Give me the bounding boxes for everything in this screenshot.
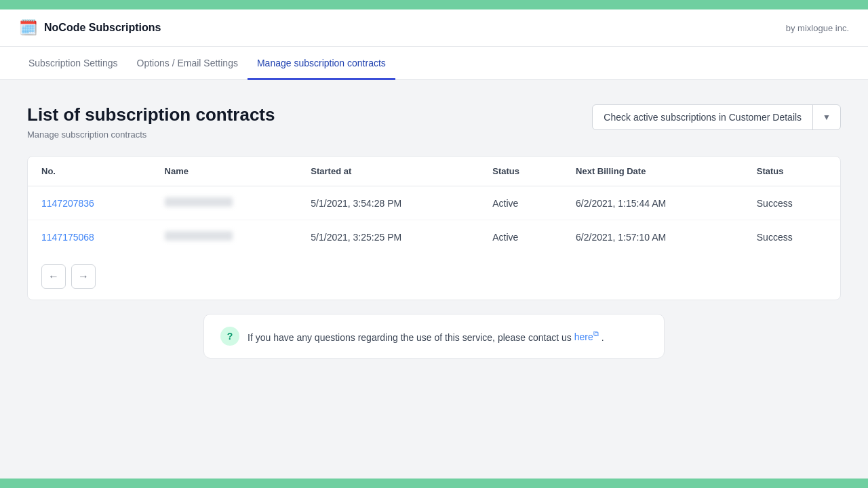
footer-notice: ? If you have any questions regarding th… [203,314,665,359]
row1-billing-status: Success [743,186,840,220]
row1-no[interactable]: 1147207836 [28,186,151,220]
page-header: List of subscription contracts Manage su… [27,104,841,140]
page-subtitle: Manage subscription contracts [27,129,275,140]
top-bar [0,0,868,9]
row2-no[interactable]: 1147175068 [28,220,151,254]
page-title-block: List of subscription contracts Manage su… [27,104,275,140]
main-content: List of subscription contracts Manage su… [0,80,868,479]
bottom-bar [0,479,868,488]
header-byline: by mixlogue inc. [786,23,849,33]
row2-started-at: 5/1/2021, 3:25:25 PM [297,220,479,254]
row1-next-billing-date: 6/2/2021, 1:15:44 AM [562,186,743,220]
tab-options-email-settings[interactable]: Options / Email Settings [127,47,248,80]
page-title: List of subscription contracts [27,104,275,125]
table-row: 1147175068 5/1/2021, 3:25:25 PM Active 6… [28,220,840,254]
help-icon: ? [220,327,239,346]
nav-tabs: Subscription Settings Options / Email Se… [0,47,868,80]
header-brand: 🗓️ NoCode Subscriptions [19,19,161,37]
col-header-billing-status: Status [743,157,840,186]
prev-page-button[interactable]: ← [41,264,66,289]
table-header-row: No. Name Started at Status Next Billing … [28,157,840,186]
col-header-no: No. [28,157,151,186]
tab-manage-contracts[interactable]: Manage subscription contracts [248,47,395,80]
app-header: 🗓️ NoCode Subscriptions by mixlogue inc. [0,9,868,47]
check-subscriptions-dropdown[interactable]: Check active subscriptions in Customer D… [592,104,841,130]
contracts-table: No. Name Started at Status Next Billing … [28,157,840,253]
dropdown-label: Check active subscriptions in Customer D… [593,105,813,129]
col-header-status: Status [479,157,562,186]
row1-status: Active [479,186,562,220]
col-header-next-billing-date: Next Billing Date [562,157,743,186]
contracts-table-container: No. Name Started at Status Next Billing … [27,156,841,300]
table-row: 1147207836 5/1/2021, 3:54:28 PM Active 6… [28,186,840,220]
tab-subscription-settings[interactable]: Subscription Settings [19,47,127,80]
col-header-name: Name [151,157,298,186]
row2-status: Active [479,220,562,254]
row2-name [151,220,298,254]
col-header-started-at: Started at [297,157,479,186]
footer-contact-link[interactable]: here⧉ [574,331,601,342]
chevron-down-icon: ▼ [813,106,840,129]
pagination: ← → [28,253,840,300]
row2-next-billing-date: 6/2/2021, 1:57:10 AM [562,220,743,254]
row2-billing-status: Success [743,220,840,254]
app-logo-icon: 🗓️ [19,19,37,37]
next-page-button[interactable]: → [71,264,96,289]
app-title: NoCode Subscriptions [44,22,161,34]
footer-notice-text: If you have any questions regarding the … [248,330,604,343]
row1-name [151,186,298,220]
row1-started-at: 5/1/2021, 3:54:28 PM [297,186,479,220]
external-link-icon: ⧉ [593,330,599,338]
